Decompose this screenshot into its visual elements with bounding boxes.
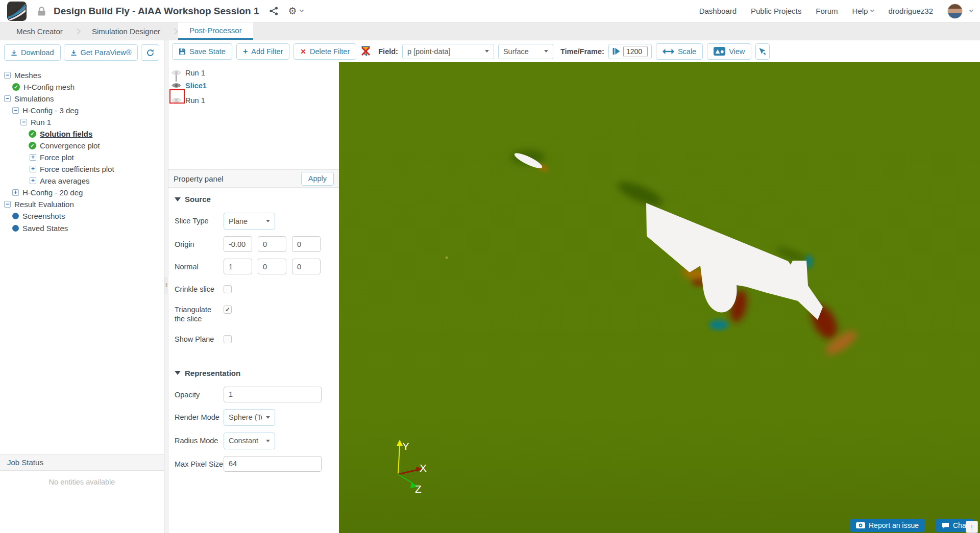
nav-dashboard[interactable]: Dashboard bbox=[699, 7, 737, 15]
nav-username[interactable]: drodriguez32 bbox=[888, 7, 933, 15]
apply-button[interactable]: Apply bbox=[301, 172, 334, 186]
normal-label: Normal bbox=[175, 259, 224, 271]
get-paraview-button[interactable]: Get ParaView® bbox=[64, 44, 138, 61]
filter-panel: Run 1 Slice1 bbox=[168, 62, 339, 533]
filter-delete-target-icon[interactable] bbox=[360, 45, 371, 57]
project-sidebar: Download Get ParaView® − Meshes bbox=[0, 40, 164, 533]
radius-mode-select[interactable]: Constant bbox=[224, 433, 275, 449]
tree-item-convergence-plot[interactable]: ✓ Convergence plot bbox=[0, 140, 164, 151]
share-button[interactable] bbox=[270, 7, 278, 15]
pointer-arrow-icon bbox=[758, 47, 767, 56]
render-viewport[interactable]: Y X Z Report an issue bbox=[339, 62, 980, 533]
header-nav: Dashboard Public Projects Forum Help dro… bbox=[699, 4, 973, 19]
app-logo[interactable] bbox=[7, 2, 27, 21]
gear-icon: ⚙ bbox=[288, 6, 297, 16]
tree-item-force-plot[interactable]: + Force plot bbox=[0, 152, 164, 163]
expand-icon[interactable]: + bbox=[30, 166, 36, 172]
project-settings-button[interactable]: ⚙ bbox=[288, 6, 303, 16]
time-frame-label: Time/Frame: bbox=[560, 47, 604, 56]
tree-item-screenshots[interactable]: Screenshots bbox=[0, 211, 164, 221]
max-pixel-size-input[interactable] bbox=[224, 456, 322, 472]
chevron-down-icon[interactable] bbox=[969, 8, 973, 12]
origin-z-input[interactable] bbox=[292, 236, 321, 252]
check-circle-icon: ✓ bbox=[12, 83, 20, 91]
show-plane-checkbox[interactable] bbox=[224, 335, 232, 343]
pipeline-tree: Run 1 Slice1 bbox=[168, 62, 339, 169]
time-frame-input[interactable] bbox=[623, 46, 648, 57]
tree-item-meshes[interactable]: − Meshes bbox=[0, 70, 164, 81]
logo-swoosh-icon bbox=[7, 2, 27, 21]
nav-forum[interactable]: Forum bbox=[816, 7, 838, 15]
normal-y-input[interactable] bbox=[258, 259, 286, 274]
tree-item-hconfig-20deg[interactable]: + H-Config - 20 deg bbox=[0, 187, 164, 198]
step-forward-icon[interactable] bbox=[612, 47, 620, 55]
section-collapse-icon bbox=[175, 197, 181, 201]
nav-public-projects[interactable]: Public Projects bbox=[751, 7, 801, 15]
tree-item-saved-states[interactable]: Saved States bbox=[0, 223, 164, 234]
delete-filter-button[interactable]: ✕ Delete Filter bbox=[293, 43, 356, 60]
tab-simulation-designer[interactable]: Simulation Designer bbox=[81, 22, 172, 40]
tree-item-hconfig-mesh[interactable]: ✓ H-Config mesh bbox=[0, 82, 164, 92]
panel-splitter[interactable]: ‖ bbox=[164, 40, 168, 533]
crinkle-slice-label: Crinkle slice bbox=[175, 281, 224, 294]
representation-section-header[interactable]: Representation bbox=[175, 369, 333, 377]
report-issue-button[interactable]: Report an issue bbox=[850, 519, 924, 532]
refresh-button[interactable] bbox=[141, 44, 159, 61]
tree-item-simulations[interactable]: − Simulations bbox=[0, 93, 164, 104]
show-plane-label: Show Plane bbox=[175, 331, 224, 344]
job-status-empty-text: No entities available bbox=[0, 471, 164, 533]
field-select[interactable]: p [point-data] bbox=[402, 44, 494, 59]
expand-icon[interactable]: + bbox=[30, 177, 36, 184]
pipeline-item-slice1[interactable]: Slice1 bbox=[172, 79, 339, 92]
pipeline-item-run1-2[interactable]: Run 1 bbox=[172, 94, 339, 107]
property-panel-header: Property panel Apply bbox=[168, 169, 339, 188]
svg-text:X: X bbox=[420, 462, 427, 474]
pointer-tool-button[interactable] bbox=[755, 43, 770, 60]
collapse-icon[interactable]: − bbox=[4, 201, 11, 208]
tree-item-area-averages[interactable]: + Area averages bbox=[0, 175, 164, 186]
tree-item-result-evaluation[interactable]: − Result Evaluation bbox=[0, 199, 164, 210]
user-avatar[interactable] bbox=[947, 4, 963, 19]
expand-icon[interactable]: + bbox=[30, 154, 36, 161]
crinkle-slice-checkbox[interactable] bbox=[224, 285, 232, 293]
slice-type-select[interactable]: Plane bbox=[224, 213, 275, 230]
job-status-panel: Job Status No entities available bbox=[0, 454, 164, 533]
collapse-icon[interactable]: − bbox=[12, 107, 19, 114]
download-button[interactable]: Download bbox=[4, 44, 61, 61]
representation-select[interactable]: Surface bbox=[498, 44, 553, 59]
svg-text:Y: Y bbox=[402, 440, 409, 452]
svg-text:Z: Z bbox=[415, 483, 422, 495]
tree-item-solution-fields[interactable]: ✓ Solution fields bbox=[0, 129, 164, 139]
source-section-header[interactable]: Source bbox=[175, 195, 333, 204]
visibility-eye-icon[interactable] bbox=[172, 82, 181, 89]
tree-item-hconfig-3deg[interactable]: − H-Config - 3 deg bbox=[0, 105, 164, 116]
tab-post-processor[interactable]: Post-Processor bbox=[178, 22, 253, 40]
opacity-input[interactable] bbox=[224, 387, 322, 402]
scale-button[interactable]: Scale bbox=[656, 43, 703, 60]
render-mode-select[interactable]: Sphere (Te bbox=[224, 409, 275, 426]
tree-item-force-coefficients-plot[interactable]: + Force coefficients plot bbox=[0, 164, 164, 174]
normal-x-input[interactable] bbox=[224, 259, 252, 274]
pipeline-item-run1[interactable]: Run 1 bbox=[172, 66, 339, 79]
render-mode-label: Render Mode bbox=[175, 409, 224, 422]
chevron-down-icon bbox=[870, 8, 874, 12]
tab-mesh-creator[interactable]: Mesh Creator bbox=[5, 22, 74, 40]
collapse-icon[interactable]: − bbox=[20, 119, 27, 125]
origin-x-input[interactable] bbox=[224, 236, 252, 252]
visibility-eye-icon[interactable] bbox=[172, 69, 181, 76]
alert-tab[interactable]: ! bbox=[966, 521, 978, 533]
view-button[interactable]: View bbox=[707, 43, 751, 60]
splitter-grip[interactable]: ‖ bbox=[164, 277, 168, 294]
tree-item-run1[interactable]: − Run 1 bbox=[0, 117, 164, 128]
save-state-button[interactable]: Save State bbox=[172, 43, 232, 60]
add-filter-button[interactable]: + Add Filter bbox=[236, 43, 289, 60]
nav-help[interactable]: Help bbox=[852, 7, 874, 15]
normal-z-input[interactable] bbox=[292, 259, 321, 274]
triangulate-checkbox[interactable] bbox=[224, 306, 232, 314]
x-icon: ✕ bbox=[300, 47, 306, 56]
origin-y-input[interactable] bbox=[258, 236, 286, 252]
collapse-icon[interactable]: − bbox=[4, 95, 11, 102]
collapse-icon[interactable]: − bbox=[4, 72, 11, 79]
expand-icon[interactable]: + bbox=[12, 189, 19, 196]
cfd-slice-render: Y X Z bbox=[339, 62, 980, 533]
